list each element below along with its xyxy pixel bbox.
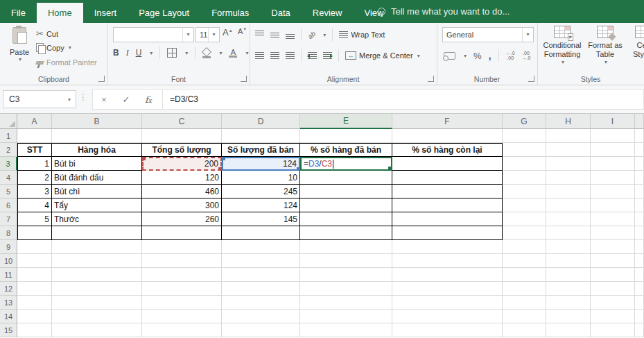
cell-C13[interactable] bbox=[142, 296, 222, 310]
percent-style-button[interactable]: % bbox=[473, 51, 482, 61]
tab-page-layout[interactable]: Page Layout bbox=[128, 3, 200, 23]
row-header-8[interactable]: 8 bbox=[0, 226, 17, 240]
alignment-dialog-launcher[interactable] bbox=[428, 76, 434, 82]
cell-G4[interactable] bbox=[503, 171, 546, 185]
cell-I11[interactable] bbox=[591, 268, 635, 282]
cell-E13[interactable] bbox=[300, 296, 392, 310]
column-header-D[interactable]: D bbox=[222, 114, 300, 129]
cell-B2[interactable]: Hàng hóa bbox=[52, 143, 142, 157]
cell-H13[interactable] bbox=[546, 296, 591, 310]
row-header-3[interactable]: 3 bbox=[0, 157, 17, 171]
italic-button[interactable]: I bbox=[126, 48, 129, 58]
cell-B14[interactable] bbox=[52, 310, 142, 323]
cell-I4[interactable] bbox=[591, 171, 635, 185]
cell-I5[interactable] bbox=[591, 185, 635, 198]
cell-H9[interactable] bbox=[546, 240, 591, 254]
cell-C2[interactable]: Tổng số lượng bbox=[142, 143, 222, 157]
cell-F12[interactable] bbox=[392, 282, 503, 296]
accounting-format-button[interactable] bbox=[444, 52, 455, 60]
cell-A7[interactable]: 5 bbox=[17, 212, 52, 226]
row-header-1[interactable]: 1 bbox=[0, 129, 17, 143]
cell-B3[interactable]: Bút bi bbox=[52, 157, 142, 171]
cell-F6[interactable] bbox=[392, 198, 503, 212]
row-header-6[interactable]: 6 bbox=[0, 198, 17, 212]
align-left-button[interactable] bbox=[255, 52, 264, 59]
cell-A9[interactable] bbox=[17, 240, 52, 254]
cell-I15[interactable] bbox=[591, 323, 635, 337]
cell-A8[interactable] bbox=[17, 226, 52, 240]
cell-E9[interactable] bbox=[300, 240, 392, 254]
cell-E4[interactable] bbox=[300, 171, 392, 185]
cell-H15[interactable] bbox=[546, 323, 591, 337]
cell-A4[interactable]: 2 bbox=[17, 171, 52, 185]
row-header-10[interactable]: 10 bbox=[0, 254, 17, 268]
cell-B1[interactable] bbox=[52, 129, 142, 143]
increase-decimal-button[interactable]: ←.0.00 bbox=[506, 51, 515, 60]
borders-button[interactable] bbox=[167, 48, 177, 58]
formula-bar-splitter[interactable]: ⋮ bbox=[79, 92, 86, 102]
cell-G15[interactable] bbox=[503, 323, 546, 337]
cell-I6[interactable] bbox=[591, 198, 635, 212]
cell-C1[interactable] bbox=[142, 129, 222, 143]
cell-I10[interactable] bbox=[591, 254, 635, 268]
cell-I9[interactable] bbox=[591, 240, 635, 254]
cell-F4[interactable] bbox=[392, 171, 503, 185]
cell-B13[interactable] bbox=[52, 296, 142, 310]
tab-insert[interactable]: Insert bbox=[83, 3, 128, 23]
row-header-14[interactable]: 14 bbox=[0, 310, 17, 323]
cell-E7[interactable] bbox=[300, 212, 392, 226]
fill-color-button[interactable] bbox=[202, 48, 211, 58]
conditional-formatting-dropdown-arrow[interactable]: ▾ bbox=[562, 59, 564, 65]
cell-E15[interactable] bbox=[300, 323, 392, 337]
row-header-15[interactable]: 15 bbox=[0, 323, 17, 337]
cell-G2[interactable] bbox=[503, 143, 546, 157]
cell-H4[interactable] bbox=[546, 171, 591, 185]
format-as-table-dropdown-arrow[interactable]: ▾ bbox=[604, 59, 607, 65]
cell-I1[interactable] bbox=[591, 129, 635, 143]
row-header-5[interactable]: 5 bbox=[0, 185, 17, 198]
column-header-B[interactable]: B bbox=[52, 114, 142, 129]
tab-review[interactable]: Review bbox=[302, 3, 354, 23]
chevron-down-icon[interactable]: ▾ bbox=[63, 96, 76, 103]
cell-E6[interactable] bbox=[300, 198, 392, 212]
cell-B15[interactable] bbox=[52, 323, 142, 337]
cell-D13[interactable] bbox=[222, 296, 300, 310]
merge-center-dropdown-arrow[interactable]: ▾ bbox=[417, 53, 420, 59]
cell-F1[interactable] bbox=[392, 129, 503, 143]
cell-B12[interactable] bbox=[52, 282, 142, 296]
cell-A5[interactable]: 3 bbox=[17, 185, 52, 198]
wrap-text-button[interactable]: Wrap Text bbox=[339, 31, 385, 39]
cell-G11[interactable] bbox=[503, 268, 546, 282]
cell-F5[interactable] bbox=[392, 185, 503, 198]
orientation-button[interactable]: ab bbox=[306, 29, 317, 40]
accounting-dropdown-arrow[interactable]: ▾ bbox=[464, 53, 467, 59]
cell-E14[interactable] bbox=[300, 310, 392, 323]
cell-G7[interactable] bbox=[503, 212, 546, 226]
cell-A14[interactable] bbox=[17, 310, 52, 323]
conditional-formatting-button[interactable]: Conditional Formatting ▾ bbox=[540, 26, 584, 65]
column-header-H[interactable]: H bbox=[546, 114, 591, 129]
cell-E3[interactable]: =D3/C3 bbox=[300, 157, 392, 171]
number-dialog-launcher[interactable] bbox=[528, 76, 534, 82]
column-header-C[interactable]: C bbox=[142, 114, 222, 129]
cell-H14[interactable] bbox=[546, 310, 591, 323]
name-box[interactable]: C3 ▾ bbox=[3, 90, 76, 108]
cell-A12[interactable] bbox=[17, 282, 52, 296]
formula-input[interactable]: =D3/C3 bbox=[167, 94, 198, 104]
chevron-down-icon[interactable]: ▾ bbox=[522, 28, 533, 42]
cell-C5[interactable]: 460 bbox=[142, 185, 222, 198]
cell-C11[interactable] bbox=[142, 268, 222, 282]
cell-G8[interactable] bbox=[503, 226, 546, 240]
cell-G5[interactable] bbox=[503, 185, 546, 198]
cell-D8[interactable] bbox=[222, 226, 300, 240]
cell-F7[interactable] bbox=[392, 212, 503, 226]
increase-indent-button[interactable] bbox=[323, 52, 332, 59]
orientation-dropdown-arrow[interactable]: ▾ bbox=[323, 32, 326, 38]
insert-function-button[interactable]: fx bbox=[137, 94, 159, 105]
format-painter-button[interactable]: Format Painter bbox=[36, 58, 97, 67]
cell-G9[interactable] bbox=[503, 240, 546, 254]
cell-H12[interactable] bbox=[546, 282, 591, 296]
tab-home[interactable]: Home bbox=[37, 3, 83, 23]
cell-E5[interactable] bbox=[300, 185, 392, 198]
cell-D6[interactable]: 124 bbox=[222, 198, 300, 212]
